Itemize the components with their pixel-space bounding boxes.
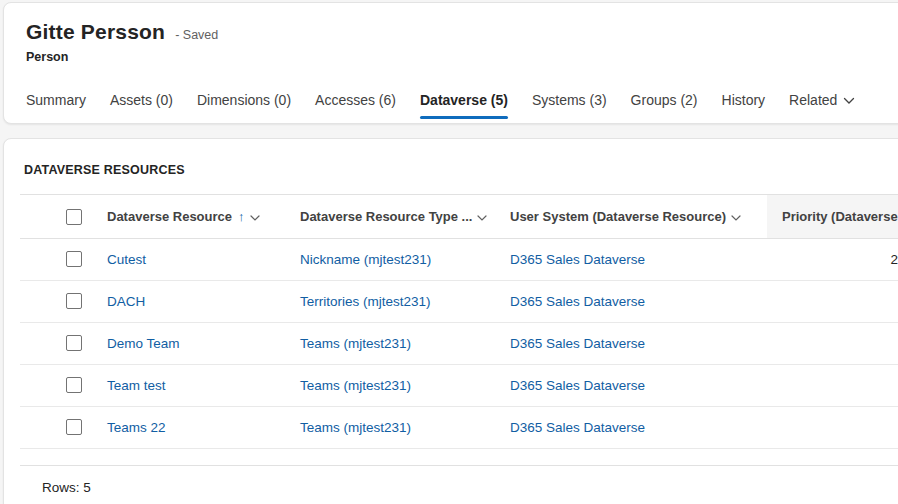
entity-type-label: Person (26, 50, 898, 64)
section-title: DATAVERSE RESOURCES (24, 163, 898, 177)
tab-label: History (722, 92, 766, 108)
table-row: Teams 22 Teams (mjtest231) D365 Sales Da… (20, 406, 898, 448)
priority-value (767, 406, 898, 448)
record-tab-bar: Summary Assets (0) Dimensions (0) Access… (26, 76, 898, 123)
resource-type-link[interactable]: Teams (mjtest231) (300, 378, 411, 393)
row-checkbox[interactable] (66, 251, 82, 267)
table-header-row: Dataverse Resource↑ Dataverse Resource T… (20, 195, 898, 238)
column-header-dataverse-resource[interactable]: Dataverse Resource↑ (93, 195, 287, 238)
header-checkbox-cell (20, 195, 93, 238)
save-status: - Saved (175, 28, 218, 42)
table-row: Cutest Nickname (mjtest231) D365 Sales D… (20, 238, 898, 280)
user-system-link[interactable]: D365 Sales Dataverse (510, 252, 645, 267)
user-system-link[interactable]: D365 Sales Dataverse (510, 294, 645, 309)
column-header-user-system[interactable]: User System (Dataverse Resource) (497, 195, 767, 238)
table-row: Team test Teams (mjtest231) D365 Sales D… (20, 364, 898, 406)
tab-label: Groups (2) (631, 92, 698, 108)
column-label: User System (Dataverse Resource) (510, 209, 726, 224)
column-header-priority[interactable]: Priority (Dataverse (767, 195, 898, 238)
sort-ascending-icon: ↑ (238, 209, 245, 224)
user-system-link[interactable]: D365 Sales Dataverse (510, 420, 645, 435)
tab-assets[interactable]: Assets (0) (110, 76, 173, 123)
priority-value (767, 280, 898, 322)
tab-dimensions[interactable]: Dimensions (0) (197, 76, 291, 123)
dataverse-resources-grid: Dataverse Resource↑ Dataverse Resource T… (20, 194, 898, 466)
column-label: Dataverse Resource (107, 209, 232, 224)
tab-dataverse[interactable]: Dataverse (5) (420, 76, 508, 123)
tab-systems[interactable]: Systems (3) (532, 76, 607, 123)
priority-value: 2 (767, 238, 898, 280)
resource-type-link[interactable]: Territories (mjtest231) (300, 294, 431, 309)
tab-label: Accesses (6) (315, 92, 396, 108)
chevron-down-icon (250, 209, 260, 224)
grid-bottom-spacer (20, 449, 898, 465)
dataverse-resources-table: Dataverse Resource↑ Dataverse Resource T… (20, 195, 898, 449)
tab-history[interactable]: History (722, 76, 766, 123)
chevron-down-icon (477, 209, 487, 224)
resource-link[interactable]: Demo Team (107, 336, 180, 351)
row-checkbox[interactable] (66, 335, 82, 351)
column-label: Dataverse Resource Type ... (300, 209, 472, 224)
tab-related[interactable]: Related (789, 76, 855, 123)
table-row: DACH Territories (mjtest231) D365 Sales … (20, 280, 898, 322)
column-label: Priority (Dataverse (782, 209, 898, 224)
resource-link[interactable]: Team test (107, 378, 166, 393)
row-checkbox[interactable] (66, 377, 82, 393)
priority-value (767, 364, 898, 406)
page-title: Gitte Persson (26, 20, 165, 44)
resource-type-link[interactable]: Teams (mjtest231) (300, 336, 411, 351)
chevron-down-icon (843, 92, 855, 108)
priority-value (767, 322, 898, 364)
tab-groups[interactable]: Groups (2) (631, 76, 698, 123)
resource-link[interactable]: DACH (107, 294, 145, 309)
column-header-dataverse-resource-type[interactable]: Dataverse Resource Type ... (287, 195, 497, 238)
user-system-link[interactable]: D365 Sales Dataverse (510, 336, 645, 351)
rows-count: Rows: 5 (42, 466, 898, 495)
tab-label: Summary (26, 92, 86, 108)
row-checkbox[interactable] (66, 419, 82, 435)
chevron-down-icon (731, 209, 741, 224)
tab-label: Related (789, 92, 837, 108)
row-checkbox[interactable] (66, 293, 82, 309)
table-row: Demo Team Teams (mjtest231) D365 Sales D… (20, 322, 898, 364)
title-row: Gitte Persson - Saved (26, 20, 898, 44)
resource-type-link[interactable]: Nickname (mjtest231) (300, 252, 431, 267)
resource-type-link[interactable]: Teams (mjtest231) (300, 420, 411, 435)
user-system-link[interactable]: D365 Sales Dataverse (510, 378, 645, 393)
dataverse-resources-card: DATAVERSE RESOURCES Dataverse Resource↑ … (3, 138, 898, 504)
tab-label: Systems (3) (532, 92, 607, 108)
tab-accesses[interactable]: Accesses (6) (315, 76, 396, 123)
tab-label: Dimensions (0) (197, 92, 291, 108)
resource-link[interactable]: Teams 22 (107, 420, 166, 435)
resource-link[interactable]: Cutest (107, 252, 146, 267)
record-header-card: Gitte Persson - Saved Person Summary Ass… (3, 2, 898, 124)
tab-label: Dataverse (5) (420, 92, 508, 108)
tab-label: Assets (0) (110, 92, 173, 108)
tab-summary[interactable]: Summary (26, 76, 86, 123)
select-all-checkbox[interactable] (66, 209, 82, 225)
